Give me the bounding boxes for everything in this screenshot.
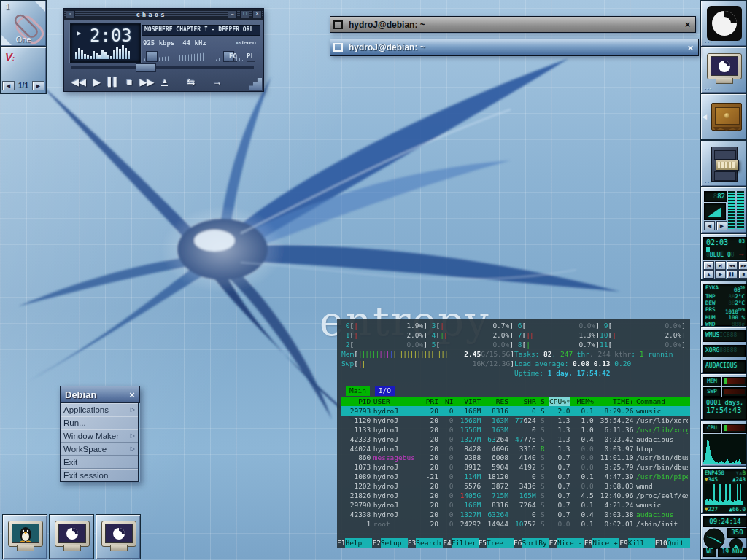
terminal-window-1-titlebar[interactable]: hydroJ@debian: ~ ×	[330, 16, 696, 33]
play-button[interactable]: ▶	[93, 77, 101, 88]
column-header-pid[interactable]: PID	[346, 397, 371, 406]
column-header-time[interactable]: TIME+	[596, 397, 633, 406]
column-header-virt[interactable]: VIRT	[456, 397, 481, 406]
mixer-prev-button[interactable]: ◀	[704, 221, 715, 230]
rewind-button[interactable]: ◀◀	[727, 261, 738, 270]
pause-button[interactable]: ▌▌	[727, 270, 738, 279]
column-header-command[interactable]: Command	[636, 397, 688, 406]
dock-tile-memload[interactable]: MEM SWP 0001 days, 17:54:43	[700, 373, 747, 420]
process-row[interactable]: 1120hydroJ2001560M163M77624S1.31.035:54.…	[341, 416, 690, 425]
seek-bar[interactable]	[71, 66, 254, 69]
eject-button[interactable]: ▲	[703, 270, 714, 279]
player-menu-icon[interactable]: ▫	[66, 10, 75, 18]
tab-io[interactable]: I/O	[375, 386, 395, 396]
dock-tile-weather[interactable]: EYKA0850 TMP882°CDEW882°CPRS1010hPaHUM10…	[700, 280, 747, 327]
menu-item-exit-session[interactable]: Exit session	[61, 469, 138, 481]
rewind-button[interactable]: ◀◀	[71, 77, 86, 88]
fkey-filter[interactable]: F4Filter	[443, 538, 478, 548]
htop-window[interactable]: 0[|1.9%]3[|0.7%]6[0.0%]9[0.0%]1[|2.0%]4[…	[337, 319, 690, 548]
column-header-s[interactable]: S	[538, 397, 546, 406]
stop-button[interactable]: ■	[738, 270, 747, 279]
fkey-help[interactable]: F1Help	[337, 538, 372, 548]
miniaturize-icon[interactable]	[332, 42, 344, 54]
play-button[interactable]: ▶	[715, 270, 726, 279]
close-icon[interactable]: ×	[684, 42, 697, 54]
process-row[interactable]: 1root200242921494410752S0.00.10:02.01/sb…	[341, 519, 690, 529]
process-row[interactable]: 860messagebus200938860084140S0.70.011:01…	[341, 453, 690, 462]
menu-item-window-maker[interactable]: Window Maker▷	[61, 429, 138, 443]
forward-button[interactable]: ▶▶	[139, 77, 154, 88]
dock-tile-network[interactable]: ENP450▼▲B ▼345▲243 ▼227▲66.0	[700, 467, 747, 513]
column-header-ni[interactable]: NI	[441, 397, 453, 406]
dock-tile-mixer[interactable]: 882 ◀ ▶	[700, 187, 747, 233]
menu-titlebar[interactable]: Debian ×	[60, 386, 140, 403]
dock-tile-filemanager[interactable]: ···	[700, 140, 747, 187]
fast-forward-button[interactable]: ▶▶	[738, 261, 747, 270]
miniwindow-gnustep-terminal-2[interactable]	[96, 514, 141, 559]
fkey-kill[interactable]: F9Kill	[619, 538, 654, 548]
menu-close-icon[interactable]: ×	[125, 389, 139, 400]
pager-prev-button[interactable]: ◀	[2, 81, 15, 90]
drawer-collapse-arrow[interactable]: ◀	[702, 113, 707, 120]
dock-drawer-tile[interactable]: ◀	[700, 93, 747, 140]
column-header-cpu[interactable]: CPU%▿	[549, 397, 570, 406]
menu-item-run-[interactable]: Run...	[61, 416, 138, 429]
column-header-shr[interactable]: SHR	[511, 397, 535, 406]
process-row[interactable]: 1133hydroJ2001556M163M0S1.31.06:11.36/us…	[341, 425, 690, 435]
process-row[interactable]: 42338hydroJ2001327M632640S0.70.40:03.38a…	[341, 510, 690, 519]
track-title-marquee[interactable]: MOSPHERE CHAPTER I - DEEPER ORL	[142, 25, 260, 36]
miniwindow-tux-terminal[interactable]	[2, 514, 47, 559]
seek-knob[interactable]	[136, 63, 156, 72]
eject-button[interactable]: ▲	[161, 77, 168, 86]
next-track-button[interactable]: ▶|	[715, 261, 726, 270]
menu-item-workspace[interactable]: WorkSpace▷	[61, 443, 138, 456]
equalizer-button[interactable]: EQ	[229, 52, 237, 62]
stop-button[interactable]: ■	[127, 77, 133, 88]
column-header-mem[interactable]: MEM%	[573, 397, 594, 406]
workspace-clip[interactable]: 1 One	[0, 0, 47, 47]
player-shade-button[interactable]: □	[240, 10, 249, 18]
playlist-button[interactable]: PL	[247, 52, 255, 62]
player-close-button[interactable]: ×	[252, 10, 262, 18]
process-row[interactable]: 44024hydroJ200842846963316R1.30.00:03.97…	[341, 444, 690, 454]
player-minimize-button[interactable]: –	[228, 10, 237, 18]
volume-knob[interactable]	[146, 51, 158, 62]
fkey-tree[interactable]: F5Tree	[479, 538, 514, 548]
process-row[interactable]: 29790hydroJ200166M83167264S0.70.14:21.24…	[341, 500, 690, 510]
fkey-sortby[interactable]: F6SortBy	[514, 538, 549, 548]
column-header-res[interactable]: RES	[484, 397, 508, 406]
process-row[interactable]: 29793hydroJ200166M83160S2.00.18:29.26wmu…	[341, 406, 690, 416]
dock-tile-wmusic[interactable]: 02:03 03 8BLUE 08 → |◀ ▶| ◀◀ ▶▶ ▲ ▶ ▌▌ ■	[700, 233, 747, 280]
dock-tile-cpuload[interactable]: CPU	[700, 420, 747, 467]
process-row[interactable]: 21826hydroJ2001405G715M165MS0.74.512:40.…	[341, 491, 690, 500]
column-header-pri[interactable]: PRI	[422, 397, 438, 406]
dock-tile-terminal[interactable]: ···	[700, 47, 747, 93]
mixer-volume-triangle[interactable]	[704, 203, 726, 220]
miniaturize-icon[interactable]	[332, 18, 344, 31]
process-row[interactable]: 1202hydroJ200557638723436S0.70.03:08.03w…	[341, 481, 690, 491]
player-titlebar[interactable]: ▫ chaos – □ ×	[64, 9, 263, 20]
menu-item-applications[interactable]: Applications▷	[61, 403, 138, 416]
fkey-search[interactable]: F3Search	[408, 538, 443, 548]
process-row[interactable]: 1089hydroJ-210114M181200S0.70.14:47.39/u…	[341, 472, 690, 481]
tab-main[interactable]: Main	[346, 386, 370, 396]
column-header-user[interactable]: USER	[374, 397, 419, 406]
close-icon[interactable]: ×	[681, 18, 694, 31]
dock-tile-clock[interactable]: 09:24:14 350 WE 19 NOV	[700, 513, 747, 560]
process-row[interactable]: 42333hydroJ2001327M6326447776S1.30.40:23…	[341, 435, 690, 444]
dock-tile-gnustep[interactable]: ···	[700, 0, 747, 47]
miniwindow-gnustep-terminal-1[interactable]	[49, 514, 94, 559]
terminal-window-2-titlebar[interactable]: hydroJ@debian: ~ ×	[330, 39, 699, 56]
fkey-nice[interactable]: F8Nice +	[584, 538, 619, 548]
fkey-quit[interactable]: F10Quit	[655, 538, 690, 548]
menu-item-exit[interactable]: Exit	[61, 456, 138, 469]
pager-tile[interactable]: V: ◀ 1/1 ▶	[0, 47, 47, 94]
fkey-setup[interactable]: F2Setup	[372, 538, 407, 548]
shuffle-button[interactable]: ⇆	[187, 77, 195, 88]
mixer-next-button[interactable]: ▶	[716, 221, 727, 230]
pause-button[interactable]: ▌▌	[108, 77, 120, 86]
pager-next-button[interactable]: ▶	[32, 81, 44, 90]
process-row[interactable]: 1073hydroJ200891259044192S0.70.09:25.79/…	[341, 462, 690, 472]
previous-track-button[interactable]: |◀	[703, 261, 714, 270]
fkey-nice[interactable]: F7Nice -	[549, 538, 584, 548]
